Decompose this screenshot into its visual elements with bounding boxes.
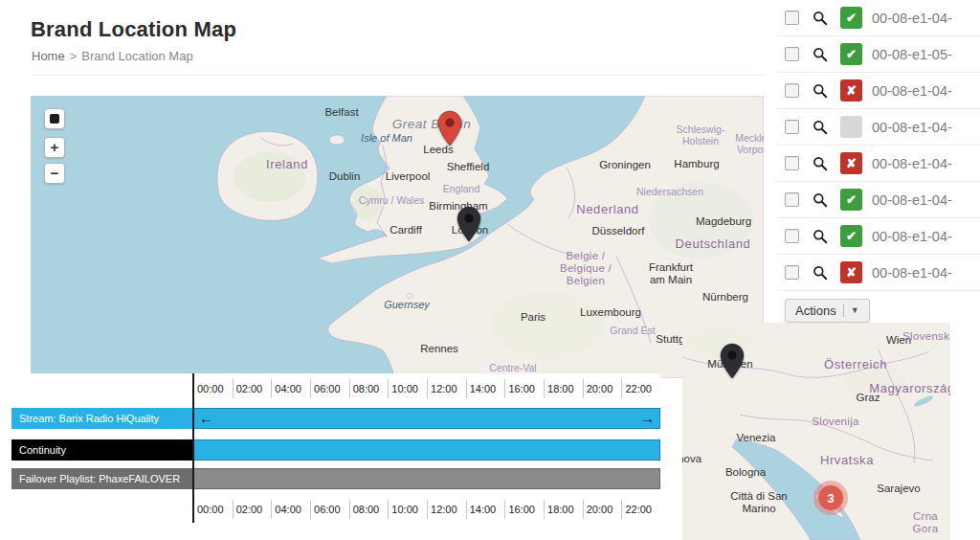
timeline-time-label: 22:00 xyxy=(621,500,660,519)
device-checkbox[interactable] xyxy=(785,156,799,170)
timeline-time-label: 10:00 xyxy=(388,379,427,398)
device-checkbox[interactable] xyxy=(785,265,799,280)
timeline-time-label: 12:00 xyxy=(427,379,466,398)
status-badge: ✔ xyxy=(840,189,862,211)
timeline-time-label: 12:00 xyxy=(427,500,466,519)
timeline-row-label: Continuity xyxy=(11,439,193,461)
device-checkbox[interactable] xyxy=(785,229,799,243)
timeline-row-stream: Stream: Barix Radio HiQuality ← → xyxy=(11,408,660,429)
device-mac: 00-08-e1-04- xyxy=(872,83,952,99)
device-mac: 00-08-e1-04- xyxy=(872,11,952,26)
header-divider xyxy=(31,75,764,76)
timeline-times-top: 00:0002:0004:0006:0008:0010:0012:0014:00… xyxy=(193,379,660,398)
timeline-bar-failover[interactable] xyxy=(193,468,660,489)
device-row: ✔00-08-e1-04- xyxy=(777,218,980,255)
device-mac: 00-08-e1-04- xyxy=(872,265,952,281)
device-rows: ✔00-08-e1-04-✔00-08-e1-05-✘00-08-e1-04-0… xyxy=(777,0,980,291)
timeline-time-label: 06:00 xyxy=(310,379,349,398)
uk-map-graphic xyxy=(31,96,764,378)
timeline-time-label: 04:00 xyxy=(271,500,310,519)
caret-down-icon: ▼ xyxy=(843,304,859,317)
timeline-time-label: 18:00 xyxy=(544,379,583,398)
timeline-time-label: 02:00 xyxy=(233,500,272,519)
device-row: 00-08-e1-04- xyxy=(777,109,980,146)
timeline-time-label: 06:00 xyxy=(310,500,349,519)
status-badge: ✘ xyxy=(840,261,862,283)
timeline-time-label: 04:00 xyxy=(271,379,310,398)
fullscreen-button[interactable] xyxy=(44,108,65,129)
device-row: ✔00-08-e1-04- xyxy=(777,0,980,36)
device-mac: 00-08-e1-04- xyxy=(872,156,952,171)
timeline-time-label: 00:00 xyxy=(193,500,233,519)
actions-label: Actions xyxy=(795,304,836,318)
timeline-time-label: 08:00 xyxy=(349,500,389,519)
status-badge: ✔ xyxy=(840,225,862,247)
timeline-row-continuity: Continuity xyxy=(11,439,660,461)
timeline-time-label: 20:00 xyxy=(583,500,622,519)
timeline-axis-line xyxy=(192,373,194,523)
timeline-bar-stream[interactable]: ← → xyxy=(193,408,660,429)
search-icon[interactable] xyxy=(813,120,828,135)
timeline-row-label: Failover Playlist: PhaxeFAILOVER xyxy=(11,468,193,489)
device-checkbox[interactable] xyxy=(785,11,799,25)
status-badge: ✘ xyxy=(840,152,862,174)
search-icon[interactable] xyxy=(813,47,828,62)
device-list-panel: ✔00-08-e1-04-✔00-08-e1-05-✘00-08-e1-04-0… xyxy=(777,0,980,323)
timeline-time-label: 00:00 xyxy=(193,379,233,398)
search-icon[interactable] xyxy=(813,265,828,281)
breadcrumb: Home>Brand Location Map xyxy=(32,49,193,63)
marker-cluster[interactable]: 3 xyxy=(813,481,848,515)
page: Brand Location Map Home>Brand Location M… xyxy=(0,0,980,540)
timeline-bar-continuity[interactable] xyxy=(193,439,660,461)
timeline-time-label: 20:00 xyxy=(583,379,622,398)
uk-map[interactable]: BelfastGreat BritainIsle of ManIrelandDu… xyxy=(31,96,764,378)
arrow-left-icon: ← xyxy=(199,409,213,428)
timeline-time-label: 14:00 xyxy=(466,500,505,519)
timeline-time-label: 10:00 xyxy=(388,500,427,519)
device-checkbox[interactable] xyxy=(785,83,799,98)
device-mac: 00-08-e1-04- xyxy=(872,120,952,135)
search-icon[interactable] xyxy=(813,11,828,26)
status-badge xyxy=(840,116,862,138)
zoom-out-button[interactable]: − xyxy=(44,163,65,184)
device-row: ✘00-08-e1-04- xyxy=(777,255,980,291)
zoom-in-button[interactable]: + xyxy=(44,137,65,158)
device-checkbox[interactable] xyxy=(785,120,799,134)
status-badge: ✔ xyxy=(840,43,862,65)
page-title: Brand Location Map xyxy=(31,17,236,42)
device-row: ✘00-08-e1-04- xyxy=(777,73,980,109)
timeline-time-label: 02:00 xyxy=(233,379,272,398)
timeline-time-label: 16:00 xyxy=(504,379,544,398)
actions-button[interactable]: Actions ▼ xyxy=(785,299,870,323)
breadcrumb-current: Brand Location Map xyxy=(81,49,192,63)
timeline-time-label: 18:00 xyxy=(544,500,583,519)
device-mac: 00-08-e1-04- xyxy=(872,229,952,244)
status-badge: ✔ xyxy=(840,7,862,29)
timeline-row-failover: Failover Playlist: PhaxeFAILOVER xyxy=(11,468,660,489)
fullscreen-icon xyxy=(50,114,59,124)
device-checkbox[interactable] xyxy=(785,192,799,207)
timeline-time-label: 08:00 xyxy=(349,379,389,398)
device-row: ✘00-08-e1-04- xyxy=(777,146,980,182)
map-controls: + − xyxy=(44,108,65,189)
search-icon[interactable] xyxy=(813,83,828,99)
timeline-row-label: Stream: Barix Radio HiQuality xyxy=(11,408,193,429)
arrow-right-icon: → xyxy=(640,409,655,428)
timeline-times-bottom: 00:0002:0004:0006:0008:0010:0012:0014:00… xyxy=(193,500,660,519)
schedule-timeline: 00:0002:0004:0006:0008:0010:0012:0014:00… xyxy=(11,373,660,540)
timeline-time-label: 22:00 xyxy=(621,379,660,398)
device-mac: 00-08-e1-05- xyxy=(872,47,952,62)
device-row: ✔00-08-e1-04- xyxy=(777,182,980,218)
search-icon[interactable] xyxy=(813,192,828,208)
status-badge: ✘ xyxy=(840,79,862,101)
timeline-time-label: 16:00 xyxy=(504,500,544,519)
marker-cluster-count: 3 xyxy=(817,484,844,511)
alps-map[interactable]: MünchenWienSlovenskoÖsterreichMagyarorsz… xyxy=(682,323,950,540)
timeline-time-label: 14:00 xyxy=(466,379,505,398)
search-icon[interactable] xyxy=(813,156,828,171)
breadcrumb-separator: > xyxy=(70,49,78,63)
device-row: ✔00-08-e1-05- xyxy=(777,36,980,73)
device-checkbox[interactable] xyxy=(785,47,799,61)
breadcrumb-home[interactable]: Home xyxy=(32,49,65,63)
search-icon[interactable] xyxy=(813,229,828,244)
